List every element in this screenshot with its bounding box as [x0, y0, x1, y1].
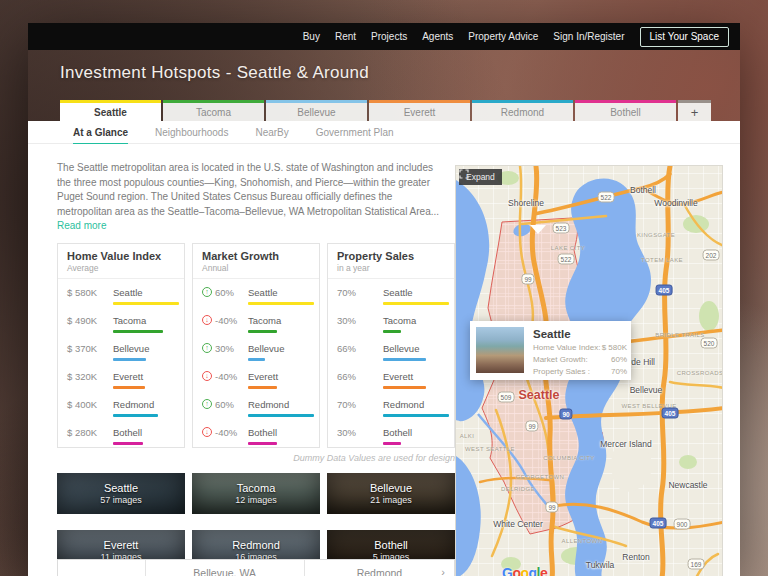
- stat-city-name: Bothell: [248, 427, 310, 438]
- stat-row-seattle: ↑60%Seattle: [193, 282, 319, 310]
- topnav-link-rent[interactable]: Rent: [335, 31, 356, 42]
- gallery-city-name: Seattle: [104, 482, 138, 494]
- stat-bar: [248, 330, 277, 333]
- compare-cell-empty[interactable]: [58, 560, 146, 576]
- stat-city-name: Bellevue: [383, 343, 445, 354]
- tab-everett[interactable]: Everett: [369, 100, 470, 121]
- stat-card-market_growth: Market GrowthAnnual↑60%Seattle↓-40%Tacom…: [192, 243, 320, 448]
- stat-city-cell: Bothell: [107, 427, 175, 445]
- compare-cell-bellevue-wa[interactable]: Bellevue, WA: [146, 560, 305, 576]
- stat-value: 30%: [337, 427, 356, 438]
- google-logo-letter: e: [540, 565, 547, 576]
- stat-city-name: Bothell: [383, 427, 445, 438]
- hero-banner: Investment Hotspots - Seattle & Around: [28, 50, 740, 100]
- stat-bar: [113, 302, 179, 305]
- stat-card-title: Market Growth: [202, 250, 310, 262]
- stat-card-title: Property Sales: [337, 250, 445, 262]
- subnav-at-a-glance[interactable]: At a Glance: [73, 127, 128, 138]
- topnav-link-buy[interactable]: Buy: [303, 31, 320, 42]
- map-label-shoreline: Shoreline: [508, 198, 544, 208]
- stat-card-title: Home Value Index: [67, 250, 175, 262]
- stat-card-header: Home Value IndexAverage: [58, 244, 184, 279]
- stat-value-cell: 66%: [337, 371, 377, 382]
- road-shield-405: 405: [662, 408, 679, 419]
- stat-city-cell: Tacoma: [377, 315, 445, 333]
- add-city-tab[interactable]: +: [678, 100, 711, 121]
- stat-bar: [248, 358, 265, 361]
- stat-value: -40%: [215, 427, 237, 438]
- map-label-renton: Renton: [622, 552, 649, 562]
- stat-bar: [383, 442, 401, 445]
- stat-rows: $ 580KSeattle$ 490KTacoma$ 370KBellevue$…: [58, 279, 184, 450]
- map-label-west-seattle: WEST SEATTLE: [465, 446, 515, 452]
- stat-card-subtitle: in a year: [337, 263, 445, 273]
- topnav-link-property-advice[interactable]: Property Advice: [468, 31, 538, 42]
- map-label-lake-city: LAKE CITY: [551, 245, 585, 251]
- tab-bothell[interactable]: Bothell: [575, 100, 676, 121]
- tooltip-stat-row: Property Sales :70%: [533, 367, 627, 376]
- city-galleries: Seattle57 imagesTacoma12 imagesBellevue2…: [57, 473, 455, 571]
- tooltip-title: Seattle: [533, 328, 627, 340]
- stat-city-name: Tacoma: [383, 315, 445, 326]
- stat-city-name: Bellevue: [248, 343, 310, 354]
- stat-row-tacoma: $ 490KTacoma: [58, 310, 184, 338]
- gallery-card-seattle[interactable]: Seattle57 images: [57, 473, 185, 514]
- stat-value-cell: ↑30%: [202, 343, 242, 354]
- tab-bellevue[interactable]: Bellevue: [266, 100, 367, 121]
- stat-value: 70%: [337, 287, 356, 298]
- tooltip-stat-value: 60%: [611, 355, 627, 364]
- stat-bar: [383, 358, 426, 361]
- stat-value: $ 280K: [67, 427, 97, 438]
- gallery-card-bellevue[interactable]: Bellevue21 images: [327, 473, 455, 514]
- stat-value-cell: 30%: [337, 427, 377, 438]
- list-your-space-button[interactable]: List Your Space: [640, 27, 730, 47]
- map-label-allentown: ALLENTOWN: [562, 538, 603, 544]
- stat-city-cell: Bellevue: [107, 343, 175, 361]
- gallery-card-tacoma[interactable]: Tacoma12 images: [192, 473, 320, 514]
- stat-city-cell: Everett: [377, 371, 445, 389]
- map-label-bothell: Bothell: [630, 185, 656, 195]
- tooltip-stat-value: 70%: [611, 367, 627, 376]
- stat-city-name: Redmond: [113, 399, 175, 410]
- subnav-nearby[interactable]: NearBy: [255, 127, 288, 138]
- tab-redmond[interactable]: Redmond: [472, 100, 573, 121]
- tooltip-stat-label: Property Sales :: [533, 367, 611, 376]
- stat-city-name: Bothell: [113, 427, 175, 438]
- map-expand-button[interactable]: Expand: [459, 169, 502, 185]
- compare-cell-redmond[interactable]: Redmond›: [305, 560, 454, 576]
- stat-bar: [383, 330, 401, 333]
- stat-value-cell: $ 370K: [67, 343, 107, 354]
- stat-bar: [248, 386, 277, 389]
- stat-row-tacoma: ↓-40%Tacoma: [193, 310, 319, 338]
- main-content: The Seattle metropolitan area is located…: [28, 144, 740, 576]
- road-shield-405: 405: [656, 285, 673, 296]
- stat-city-cell: Seattle: [107, 287, 179, 305]
- stat-value: $ 490K: [67, 315, 97, 326]
- stat-city-cell: Bellevue: [377, 343, 445, 361]
- subnav-government-plan[interactable]: Government Plan: [316, 127, 394, 138]
- road-shield-99: 99: [525, 421, 538, 432]
- map-label-bellevue: Bellevue: [630, 385, 663, 395]
- map-label-woodinville: Woodinville: [654, 198, 697, 208]
- stat-value: 70%: [337, 399, 356, 410]
- map-tooltip: Seattle Home Value Index:$ 580KMarket Gr…: [470, 321, 631, 380]
- stat-row-bellevue: ↑30%Bellevue: [193, 338, 319, 366]
- tab-seattle[interactable]: Seattle: [60, 100, 161, 121]
- topnav-link-sign-in-register[interactable]: Sign In/Register: [553, 31, 624, 42]
- subnav-neighbourhoods[interactable]: Neighbourhoods: [155, 127, 228, 138]
- read-more-link[interactable]: Read more: [57, 220, 106, 231]
- trend-up-icon: ↑: [202, 343, 212, 353]
- section-subnav: At a GlanceNeighbourhoodsNearByGovernmen…: [28, 121, 740, 144]
- topnav-link-agents[interactable]: Agents: [422, 31, 453, 42]
- topnav-link-projects[interactable]: Projects: [371, 31, 407, 42]
- stat-value-cell: 70%: [337, 287, 377, 298]
- map-label-totem-lake: TOTEM LAKE: [641, 257, 683, 263]
- tab-tacoma[interactable]: Tacoma: [163, 100, 264, 121]
- gallery-city-name: Everett: [104, 539, 139, 551]
- stat-city-name: Bellevue: [113, 343, 175, 354]
- map-panel[interactable]: ShorelineBothellWoodinvilleBellevueMerce…: [455, 165, 723, 576]
- stat-city-name: Everett: [383, 371, 445, 382]
- chevron-right-icon: ›: [441, 566, 445, 576]
- stat-rows: ↑60%Seattle↓-40%Tacoma↑30%Bellevue↓-40%E…: [193, 279, 319, 450]
- stat-value-cell: $ 490K: [67, 315, 107, 326]
